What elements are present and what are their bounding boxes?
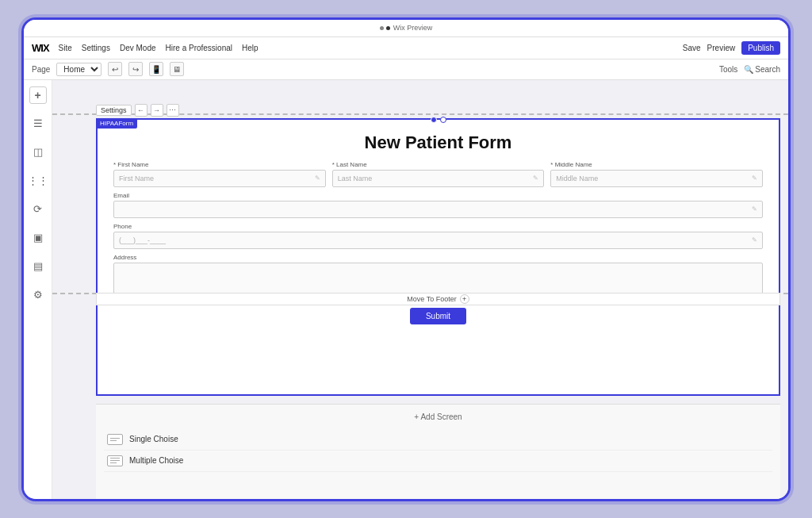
resize-handle-bar <box>96 117 780 123</box>
address-textarea[interactable] <box>113 263 763 294</box>
menu-item-hire[interactable]: Hire a Professional <box>166 44 232 52</box>
first-name-label: * First Name <box>113 161 326 168</box>
first-name-input-icon: ✎ <box>315 175 320 182</box>
screen-border: Wix Preview WIX Site Settings Dev Mode H… <box>21 17 791 501</box>
single-choice-label: Single Choise <box>129 435 178 443</box>
move-footer-plus-button[interactable]: + <box>460 294 469 304</box>
move-left-button[interactable]: ← <box>135 104 147 117</box>
blog-icon[interactable]: ▤ <box>29 258 47 275</box>
menu-item-help[interactable]: Help <box>242 44 259 52</box>
single-choice-item[interactable]: Single Choise <box>104 429 772 451</box>
phone-label: Phone <box>113 223 763 230</box>
top-bar: Wix Preview <box>24 20 788 37</box>
components-icon[interactable]: ◫ <box>29 144 47 161</box>
menu-right: Save Preview Publish <box>683 41 780 55</box>
form-title: New Patient Form <box>113 132 763 153</box>
main-area: + ☰ ◫ ⋮⋮ ⟳ ▣ ▤ ⚙ Settings ← → ⋯ HIPAAFor… <box>24 80 788 499</box>
form-settings-bar: Settings ← → ⋯ <box>96 104 179 117</box>
toolbar-right: Tools 🔍 Search <box>719 65 780 74</box>
move-to-footer-label: Move To Footer <box>407 295 456 303</box>
store-icon[interactable]: ⟳ <box>29 201 47 218</box>
email-input-icon: ✎ <box>752 205 757 213</box>
first-name-group: * First Name First Name ✎ <box>113 161 326 187</box>
pages-icon[interactable]: ☰ <box>29 115 47 132</box>
submit-row: Submit <box>113 308 763 324</box>
wix-logo: WIX <box>32 42 49 54</box>
settings-tag[interactable]: Settings <box>96 105 132 116</box>
menu-bar: WIX Site Settings Dev Mode Hire a Profes… <box>24 37 788 59</box>
add-screen-button[interactable]: + Add Screen <box>96 405 780 429</box>
last-name-input-icon: ✎ <box>533 175 538 182</box>
toolbar-row: Page Home ↩ ↪ 📱 🖥 Tools 🔍 Search <box>24 59 788 80</box>
email-group: Email ✎ <box>113 192 763 218</box>
canvas-area: Settings ← → ⋯ HIPAAForm New Patient For… <box>52 80 788 499</box>
last-name-label: * Last Name <box>332 161 545 168</box>
tools-button[interactable]: Tools <box>719 65 737 74</box>
media-icon[interactable]: ▣ <box>29 229 47 247</box>
left-sidebar: + ☰ ◫ ⋮⋮ ⟳ ▣ ▤ ⚙ <box>24 80 52 499</box>
email-row: Email ✎ <box>113 192 763 218</box>
save-button[interactable]: Save <box>683 44 701 52</box>
search-button[interactable]: 🔍 Search <box>744 65 780 74</box>
middle-name-input[interactable]: Middle Name ✎ <box>550 170 763 187</box>
tab-dot-1 <box>380 26 384 30</box>
form-container: New Patient Form * First Name First Name… <box>96 118 780 396</box>
multiple-choice-item[interactable]: Multiple Choise <box>104 451 772 472</box>
top-bar-label: Wix Preview <box>393 24 433 32</box>
resize-dot-1 <box>431 117 437 123</box>
middle-name-input-icon: ✎ <box>752 175 757 182</box>
email-input[interactable]: ✎ <box>113 201 763 218</box>
phone-group: Phone (___)___-____ ✎ <box>113 223 763 249</box>
undo-button[interactable]: ↩ <box>108 62 122 76</box>
apps-icon[interactable]: ⋮⋮ <box>29 172 47 190</box>
multiple-choice-label: Multiple Choise <box>129 456 183 465</box>
last-name-input[interactable]: Last Name ✎ <box>332 170 545 187</box>
menu-item-site[interactable]: Site <box>59 44 72 52</box>
publish-button[interactable]: Publish <box>741 41 780 55</box>
move-right-button[interactable]: → <box>151 104 163 117</box>
last-name-group: * Last Name Last Name ✎ <box>332 161 545 187</box>
multiple-choice-icon <box>107 455 123 466</box>
phone-row: Phone (___)___-____ ✎ <box>113 223 763 249</box>
middle-name-group: * Middle Name Middle Name ✎ <box>550 161 763 187</box>
menu-item-devmode[interactable]: Dev Mode <box>120 44 156 52</box>
panel-items: Single Choise Multiple Choise <box>96 429 780 472</box>
redo-button[interactable]: ↪ <box>128 62 143 76</box>
email-label: Email <box>113 192 763 199</box>
add-icon[interactable]: + <box>29 86 47 104</box>
tab-dot-2 <box>386 26 390 30</box>
search-icon: 🔍 <box>744 65 753 74</box>
move-to-footer-bar[interactable]: Move To Footer + <box>96 293 780 305</box>
resize-dot-2 <box>440 117 446 123</box>
single-choice-icon <box>107 434 123 445</box>
settings-sidebar-icon[interactable]: ⚙ <box>29 286 47 304</box>
preview-button[interactable]: Preview <box>707 44 736 52</box>
first-name-input[interactable]: First Name ✎ <box>113 170 326 187</box>
phone-input-icon: ✎ <box>752 236 757 244</box>
address-label: Address <box>113 254 763 261</box>
page-select[interactable]: Home <box>56 63 102 76</box>
mobile-view-button[interactable]: 📱 <box>149 62 163 76</box>
phone-input[interactable]: (___)___-____ ✎ <box>113 232 763 249</box>
submit-button[interactable]: Submit <box>410 308 466 324</box>
tab-dots <box>380 26 390 30</box>
bottom-panel: + Add Screen Single Choise <box>96 404 780 499</box>
more-settings-button[interactable]: ⋯ <box>167 104 179 117</box>
middle-name-label: * Middle Name <box>550 161 763 168</box>
menu-items: Site Settings Dev Mode Hire a Profession… <box>59 44 683 52</box>
name-row: * First Name First Name ✎ * Last Name La… <box>113 161 763 187</box>
desktop-view-button[interactable]: 🖥 <box>170 62 184 76</box>
menu-item-settings[interactable]: Settings <box>82 44 110 52</box>
page-label: Page <box>32 65 50 74</box>
